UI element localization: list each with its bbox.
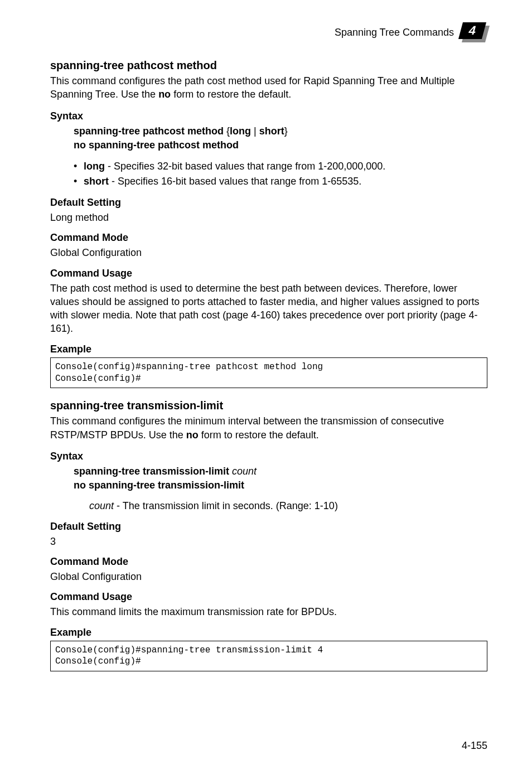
cmd1-bullet2-t: - Specifies 16-bit based values that ran… xyxy=(109,176,361,187)
cmd2-param-i: count xyxy=(89,500,114,511)
cmd1-syntax-line2: no spanning-tree pathcost method xyxy=(74,138,487,152)
cmd1-brace-close: } xyxy=(284,125,288,137)
cmd2-example-label: Example xyxy=(50,627,487,638)
cmd2-syntax-line1: spanning-tree transmission-limit count xyxy=(74,465,487,478)
cmd1-bullet1: long - Specifies 32-bit based values tha… xyxy=(74,159,487,174)
cmd1-syntax-label: Syntax xyxy=(50,110,487,122)
cmd2-param-t: - The transmission limit in seconds. (Ra… xyxy=(114,500,338,511)
cmd1-title: spanning-tree pathcost method xyxy=(50,59,487,72)
cmd1-intro-bold: no xyxy=(158,89,171,100)
header-section-title: Spanning Tree Commands xyxy=(335,27,454,38)
cmd1-bullet2-b: short xyxy=(84,176,109,187)
cmd2-console: Console(config)#spanning-tree transmissi… xyxy=(50,641,487,672)
cmd2-syntax-label: Syntax xyxy=(50,451,487,462)
cmd2-syntax-i1: count xyxy=(229,466,257,477)
cmd2-syntax-line2: no spanning-tree transmission-limit xyxy=(74,478,487,492)
cmd2-intro-post: form to restore the default. xyxy=(199,429,319,441)
cmd1-intro: This command configures the path cost me… xyxy=(50,74,487,101)
cmd1-bullet1-b: long xyxy=(84,161,105,172)
cmd1-opt1: long xyxy=(230,125,251,137)
cmd2-mode-label: Command Mode xyxy=(50,556,487,568)
cmd1-pipe: | xyxy=(251,125,259,137)
cmd1-default-value: Long method xyxy=(50,211,487,224)
cmd1-syntax-line1: spanning-tree pathcost method {long | sh… xyxy=(74,124,487,138)
page-header: Spanning Tree Commands 4 xyxy=(50,22,487,42)
cmd1-usage-text: The path cost method is used to determin… xyxy=(50,282,487,336)
cmd2-title: spanning-tree transmission-limit xyxy=(50,399,487,412)
cmd2-default-label: Default Setting xyxy=(50,521,487,533)
cmd1-example-label: Example xyxy=(50,344,487,355)
cmd2-mode-value: Global Configuration xyxy=(50,570,487,583)
chapter-number-icon: 4 xyxy=(461,22,487,42)
cmd1-option-list: long - Specifies 32-bit based values tha… xyxy=(74,159,487,189)
cmd2-default-value: 3 xyxy=(50,535,487,548)
cmd1-syntax-b1: spanning-tree pathcost method xyxy=(74,125,224,137)
cmd2-syntax-cmd2: no spanning-tree transmission-limit xyxy=(74,480,244,491)
cmd1-intro-post: form to restore the default. xyxy=(171,89,291,100)
cmd1-mode-value: Global Configuration xyxy=(50,246,487,259)
cmd1-console: Console(config)#spanning-tree pathcost m… xyxy=(50,357,487,389)
cmd1-syntax-block: spanning-tree pathcost method {long | sh… xyxy=(74,124,487,189)
cmd2-usage-text: This command limits the maximum transmis… xyxy=(50,605,487,618)
cmd1-opt2: short xyxy=(259,125,284,137)
cmd2-syntax-b1: spanning-tree transmission-limit xyxy=(74,466,229,477)
cmd1-bullet1-t: - Specifies 32-bit based values that ran… xyxy=(105,161,385,172)
cmd1-default-label: Default Setting xyxy=(50,197,487,209)
page-container: Spanning Tree Commands 4 spanning-tree p… xyxy=(0,0,532,774)
icon-number: 4 xyxy=(458,22,486,39)
cmd2-intro: This command configures the minimum inte… xyxy=(50,414,487,442)
cmd1-brace-open: { xyxy=(224,125,230,137)
cmd2-usage-label: Command Usage xyxy=(50,591,487,603)
cmd2-syntax-block: spanning-tree transmission-limit count n… xyxy=(74,465,487,513)
page-number: 4-155 xyxy=(462,740,487,752)
cmd1-mode-label: Command Mode xyxy=(50,232,487,244)
cmd2-param: count - The transmission limit in second… xyxy=(89,499,487,512)
cmd1-bullet2: short - Specifies 16-bit based values th… xyxy=(74,174,487,189)
cmd1-usage-label: Command Usage xyxy=(50,268,487,279)
cmd1-syntax-cmd2: no spanning-tree pathcost method xyxy=(74,139,239,151)
cmd2-intro-bold: no xyxy=(186,429,199,441)
